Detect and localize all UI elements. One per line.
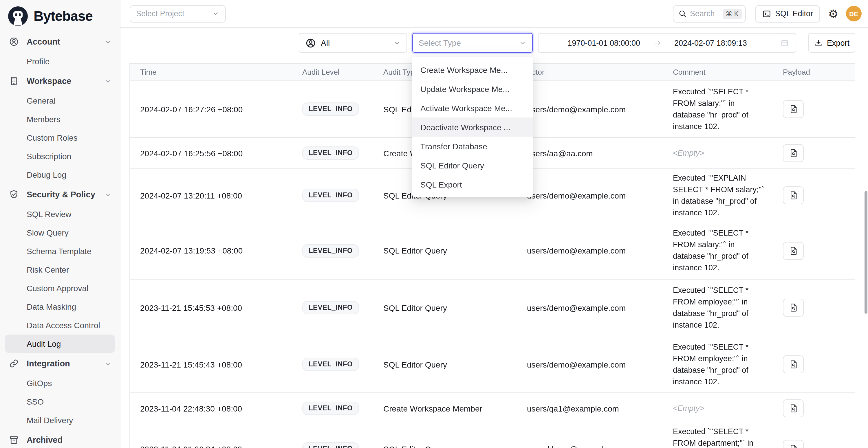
- sidebar-item-general[interactable]: General: [5, 91, 115, 110]
- column-header-payload: Payload: [777, 68, 855, 76]
- download-icon: [814, 38, 823, 47]
- comment-cell: <Empty>: [673, 147, 768, 159]
- menu-item-sql-editor-query[interactable]: SQL Editor Query: [412, 156, 533, 175]
- sidebar-item-label: Mail Delivery: [27, 416, 73, 425]
- sidebar-item-sql-review[interactable]: SQL Review: [5, 205, 115, 223]
- audit-level-badge: LEVEL_INFO: [302, 189, 359, 202]
- sidebar-item-audit-log[interactable]: Audit Log: [5, 334, 115, 353]
- sidebar-item-label: Data Masking: [27, 302, 76, 311]
- payload-button[interactable]: [783, 242, 804, 260]
- time-cell: 2024-02-07 13:20:11 +08:00: [140, 191, 302, 200]
- sidebar-section-account[interactable]: Account: [0, 31, 120, 52]
- search-shortcut-badge: ⌘ K: [723, 8, 742, 19]
- actor-cell: users/demo@example.com: [527, 303, 673, 312]
- export-button[interactable]: Export: [808, 33, 855, 53]
- brand-name: Bytebase: [34, 8, 93, 24]
- sidebar-item-profile[interactable]: Profile: [5, 52, 115, 71]
- sidebar-item-archived[interactable]: Archived: [0, 429, 120, 448]
- payload-button[interactable]: [783, 399, 804, 417]
- table-row: 2023-11-21 15:45:53 +08:00 LEVEL_INFO SQ…: [130, 280, 855, 336]
- sidebar-item-label: Profile: [27, 57, 50, 66]
- comment-cell: Executed `"EXPLAIN SELECT * FROM salary;…: [673, 172, 768, 219]
- file-search-icon: [788, 148, 798, 158]
- sidebar-item-label: SQL Review: [27, 210, 71, 219]
- menu-item-sql-export[interactable]: SQL Export: [412, 175, 533, 194]
- sidebar-item-schema-template[interactable]: Schema Template: [5, 242, 115, 260]
- menu-item-update-workspace-member[interactable]: Update Workspace Me...: [412, 79, 533, 98]
- menu-item-deactivate-workspace-member[interactable]: Deactivate Workspace ...: [412, 118, 533, 137]
- comment-cell: Executed `"SELECT * FROM employee;"` in …: [673, 341, 768, 387]
- sidebar-item-data-access-control[interactable]: Data Access Control: [5, 316, 115, 334]
- sidebar-item-custom-approval[interactable]: Custom Approval: [5, 279, 115, 297]
- chevron-down-icon: [519, 39, 526, 46]
- sidebar-section-security-policy[interactable]: Security & Policy: [0, 184, 120, 205]
- sidebar-item-risk-center[interactable]: Risk Center: [5, 260, 115, 279]
- audit-type-cell: Create Workspace Member: [383, 404, 527, 413]
- search-input[interactable]: Search ⌘ K: [673, 5, 746, 22]
- file-search-icon: [788, 246, 798, 256]
- project-select[interactable]: Select Project: [130, 5, 226, 22]
- sidebar-section-label: Account: [27, 37, 97, 46]
- sidebar-item-label: Custom Roles: [27, 133, 78, 142]
- audit-type-cell: SQL Editor Query: [383, 360, 527, 369]
- sidebar-item-slow-query[interactable]: Slow Query: [5, 223, 115, 242]
- sidebar-item-data-masking[interactable]: Data Masking: [5, 297, 115, 316]
- gear-icon[interactable]: ⚙: [828, 8, 838, 20]
- type-dropdown-menu: Create Workspace Me... Update Workspace …: [412, 57, 533, 197]
- time-cell: 2023-11-04 01:06:24 +08:00: [140, 444, 302, 448]
- type-filter-select[interactable]: Select Type: [412, 33, 533, 53]
- time-cell: 2024-02-07 13:19:53 +08:00: [140, 246, 302, 255]
- menu-item-activate-workspace-member[interactable]: Activate Workspace Me...: [412, 98, 533, 118]
- chevron-down-icon: [104, 360, 112, 367]
- sidebar-item-label: Members: [27, 115, 61, 124]
- sidebar-section-integration[interactable]: Integration: [0, 353, 120, 374]
- avatar[interactable]: DE: [846, 6, 862, 22]
- payload-button[interactable]: [783, 440, 804, 448]
- audit-type-cell: SQL Editor Query: [383, 444, 527, 448]
- chevron-down-icon: [104, 191, 112, 198]
- sidebar-item-debug-log[interactable]: Debug Log: [5, 165, 115, 184]
- sidebar-item-label: General: [27, 96, 56, 105]
- menu-item-create-workspace-member[interactable]: Create Workspace Me...: [412, 60, 533, 79]
- payload-button[interactable]: [783, 100, 804, 118]
- sidebar-item-sso[interactable]: SSO: [5, 392, 115, 411]
- sql-editor-button[interactable]: SQL Editor: [755, 5, 820, 22]
- date-from: 1970-01-01 08:00:00: [567, 38, 640, 47]
- sidebar-section-workspace[interactable]: Workspace: [0, 71, 120, 91]
- sidebar-item-label: Debug Log: [27, 170, 66, 180]
- sidebar-item-label: Audit Log: [27, 339, 61, 348]
- payload-button[interactable]: [783, 186, 804, 204]
- time-cell: 2023-11-04 22:48:30 +08:00: [140, 404, 302, 413]
- sidebar-item-custom-roles[interactable]: Custom Roles: [5, 128, 115, 147]
- user-circle-icon: [305, 37, 316, 48]
- building-icon: [9, 76, 19, 86]
- date-range-picker[interactable]: 1970-01-01 08:00:00 2024-02-07 18:09:13: [538, 33, 796, 53]
- actor-filter-select[interactable]: All: [299, 33, 407, 53]
- column-header-audit-level: Audit Level: [302, 68, 383, 76]
- sidebar-section-label: Workspace: [27, 76, 97, 86]
- sidebar-item-label: Slow Query: [27, 228, 69, 237]
- sidebar-item-subscription[interactable]: Subscription: [5, 147, 115, 165]
- column-header-comment: Comment: [673, 68, 777, 76]
- sidebar: Bytebase Account Profile Workspace Gener…: [0, 0, 120, 448]
- vertical-scrollbar[interactable]: [865, 191, 867, 314]
- payload-button[interactable]: [783, 299, 804, 317]
- audit-level-badge: LEVEL_INFO: [302, 244, 359, 257]
- export-label: Export: [827, 38, 849, 47]
- payload-button[interactable]: [783, 355, 804, 373]
- brand[interactable]: Bytebase: [0, 0, 120, 31]
- date-to: 2024-02-07 18:09:13: [674, 38, 747, 47]
- audit-level-badge: LEVEL_INFO: [302, 301, 359, 314]
- actor-cell: users/demo@example.com: [527, 444, 673, 448]
- sidebar-item-label: Custom Approval: [27, 284, 88, 293]
- calendar-icon: [780, 38, 789, 47]
- sidebar-item-gitops[interactable]: GitOps: [5, 374, 115, 392]
- sidebar-item-members[interactable]: Members: [5, 110, 115, 128]
- file-search-icon: [788, 104, 798, 114]
- sidebar-item-label: Archived: [27, 435, 112, 445]
- comment-cell: Executed `"SELECT * FROM employee;"` in …: [673, 285, 768, 331]
- menu-item-transfer-database[interactable]: Transfer Database: [412, 137, 533, 156]
- column-header-actor: Actor: [527, 68, 673, 76]
- sidebar-item-mail-delivery[interactable]: Mail Delivery: [5, 411, 115, 429]
- payload-button[interactable]: [783, 144, 804, 162]
